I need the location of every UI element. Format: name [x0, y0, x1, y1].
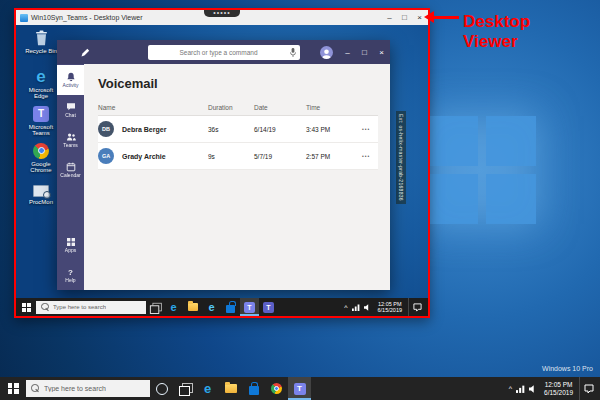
column-header-name[interactable]: Name [98, 104, 208, 111]
desktop-icon-recycle-bin[interactable]: Recycle Bin [21, 30, 61, 55]
system-tray: ^ 12:05 PM 6/15/2019 [344, 298, 428, 316]
teams-icon: T [33, 106, 49, 122]
compose-icon[interactable] [81, 48, 90, 57]
apps-grid-icon [66, 237, 76, 247]
search-placeholder: Type here to search [44, 385, 106, 392]
citrix-viewer-taskbar-icon[interactable]: T [288, 377, 311, 400]
edge-beta-icon[interactable]: e [202, 298, 221, 316]
mic-icon[interactable] [290, 48, 296, 57]
teams-close-button[interactable]: × [373, 40, 390, 64]
row-menu-icon[interactable]: ••• [362, 153, 378, 159]
clock-date: 6/15/2019 [544, 389, 573, 396]
desktop-icon-teams[interactable]: T Microsoft Teams [21, 106, 61, 137]
teams-titlebar[interactable]: Search or type a command – □ × [57, 40, 390, 64]
rail-item-chat[interactable]: Chat [57, 95, 84, 125]
store-icon[interactable] [242, 377, 265, 400]
viewer-app-icon [20, 14, 28, 22]
rail-item-help[interactable]: ? Help [57, 260, 84, 290]
teams-titlebar-right: – □ × [320, 40, 390, 64]
rail-label: Apps [65, 248, 76, 253]
viewer-minimize-button[interactable]: – [382, 10, 397, 25]
windows-wallpaper-logo [428, 116, 536, 224]
action-center-icon[interactable] [579, 377, 598, 400]
icon-label: Google Chrome [21, 161, 61, 174]
taskbar-search[interactable]: Type here to search [36, 301, 146, 314]
teams-search-placeholder: Search or type a command [148, 49, 290, 56]
desktop-icon-edge[interactable]: e Microsoft Edge [21, 69, 61, 100]
network-icon[interactable] [516, 385, 525, 393]
calendar-icon [66, 162, 76, 172]
tray-expand-icon[interactable]: ^ [344, 304, 347, 311]
action-center-icon[interactable] [408, 298, 426, 316]
volume-icon[interactable] [529, 385, 538, 393]
rail-item-teams[interactable]: Teams [57, 125, 84, 155]
chrome-icon [33, 143, 49, 159]
pinned-apps: e T [196, 377, 311, 400]
virtual-desktop: Recycle Bin e Microsoft Edge T Microsoft… [16, 25, 428, 316]
logo-pane [486, 116, 536, 166]
logo-pane [428, 174, 478, 224]
teams-meeting-icon[interactable]: T [259, 298, 278, 316]
tray-expand-icon[interactable]: ^ [509, 385, 512, 392]
rail-label: Chat [65, 113, 76, 118]
row-menu-icon[interactable]: ••• [362, 126, 378, 132]
icon-label: Microsoft Edge [21, 87, 61, 100]
file-explorer-icon[interactable] [219, 377, 242, 400]
logo-pane [428, 116, 478, 166]
logo-pane [486, 174, 536, 224]
column-header-duration[interactable]: Duration [208, 104, 254, 111]
start-button[interactable] [0, 377, 26, 400]
desktop-icon-chrome[interactable]: Google Chrome [21, 143, 61, 174]
volume-icon[interactable] [364, 304, 372, 311]
network-icon[interactable] [352, 304, 360, 311]
teams-maximize-button[interactable]: □ [356, 40, 373, 64]
taskbar-clock[interactable]: 12:05 PM 6/15/2019 [542, 381, 575, 396]
people-icon [66, 132, 76, 142]
voicemail-row[interactable]: GA Grady Archie 9s 5/7/19 2:57 PM ••• [98, 143, 378, 170]
rail-item-activity[interactable]: Activity [57, 65, 84, 95]
task-view-icon[interactable] [179, 383, 191, 394]
edge-icon[interactable]: e [196, 377, 219, 400]
column-header-time[interactable]: Time [306, 104, 362, 111]
search-icon [31, 384, 40, 393]
chrome-icon[interactable] [265, 377, 288, 400]
help-icon: ? [66, 267, 76, 277]
taskbar-search[interactable]: Type here to search [26, 380, 150, 397]
viewer-maximize-button[interactable]: □ [397, 10, 412, 25]
edge-icon[interactable]: e [164, 298, 183, 316]
rail-item-apps[interactable]: Apps [57, 230, 84, 260]
taskbar-clock[interactable]: 12:05 PM 6/15/2019 [376, 301, 404, 314]
rail-item-calendar[interactable]: Calendar [57, 155, 84, 185]
rail-label: Calendar [60, 173, 80, 178]
teams-taskbar-icon[interactable]: T [240, 298, 259, 316]
voicemail-time: 3:43 PM [306, 126, 362, 133]
file-explorer-icon[interactable] [183, 298, 202, 316]
voicemail-panel: Voicemail Name Duration Date Time DB Deb… [84, 64, 390, 290]
icon-label: Recycle Bin [25, 48, 57, 55]
store-icon[interactable] [221, 298, 240, 316]
icon-label: Microsoft Teams [21, 124, 61, 137]
viewer-titlebar[interactable]: Win10Syn_Teams - Desktop Viewer ••••• – … [16, 10, 428, 25]
system-tray: ^ 12:05 PM 6/15/2019 [509, 377, 600, 400]
chat-icon [66, 102, 76, 112]
cortana-icon[interactable] [156, 383, 168, 395]
virtual-taskbar: Type here to search e e T T ^ 12:05 PM [16, 298, 428, 316]
column-header-date[interactable]: Date [254, 104, 306, 111]
teams-minimize-button[interactable]: – [339, 40, 356, 64]
voicemail-date: 5/7/19 [254, 153, 306, 160]
voicemail-row[interactable]: DB Debra Berger 36s 6/14/19 3:43 PM ••• [98, 116, 378, 143]
voicemail-date: 6/14/19 [254, 126, 306, 133]
citrix-toolbar-grip[interactable]: ••••• [204, 10, 240, 17]
avatar: DB [98, 121, 114, 137]
host-taskbar: Type here to search e T ^ 12:05 PM 6/15/… [0, 377, 600, 400]
search-placeholder: Type here to search [53, 304, 106, 310]
desktop-viewer-window: Win10Syn_Teams - Desktop Viewer ••••• – … [14, 8, 430, 318]
desktop-icon-procmon[interactable]: ProcMon [21, 182, 61, 206]
annotation-line2: Viewer [463, 32, 530, 52]
task-view-icon[interactable] [150, 302, 160, 311]
user-avatar[interactable] [320, 46, 333, 59]
teams-search-bar[interactable]: Search or type a command [148, 45, 300, 60]
clock-date: 6/15/2019 [378, 307, 402, 313]
start-button[interactable] [16, 298, 36, 316]
voicemail-duration: 36s [208, 126, 254, 133]
